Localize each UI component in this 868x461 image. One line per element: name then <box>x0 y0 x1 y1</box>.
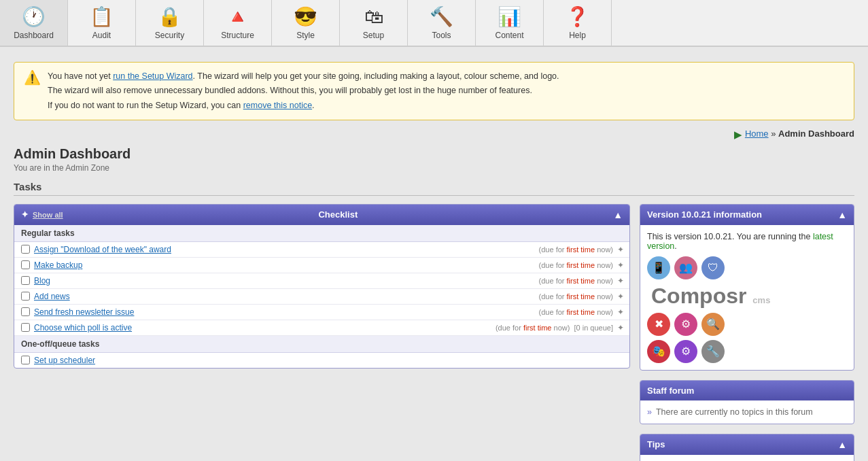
setup-wizard-link[interactable]: run the Setup Wizard <box>113 71 192 81</box>
task-due-1: (due for first time now) <box>539 261 613 269</box>
dashboard-icon: 🕐 <box>22 5 46 28</box>
task-menu-icon-4[interactable]: ✦ <box>617 307 624 317</box>
audit-icon: 📋 <box>90 5 114 28</box>
nav-item-audit[interactable]: 📋 Audit <box>68 0 136 46</box>
composr-icons-row3: 🎭 ⚙ 🔧 <box>647 340 847 363</box>
tips-panel: Tips ▲ Welcome to the Admin Zone, the ad… <box>640 434 854 461</box>
composr-icon-0: 📱 <box>647 256 670 279</box>
task-due-2: (due for first time now) <box>539 277 613 285</box>
task-due-5: (due for first time now) [0 in queue] <box>496 324 613 332</box>
task-due-4: (due for first time now) <box>539 308 613 316</box>
composr-icon-4: ⚙ <box>674 313 697 336</box>
checklist-panel-header: ✦ Show all Checklist ▲ <box>14 205 629 225</box>
task-link-2[interactable]: Blog <box>34 276 535 286</box>
forum-body: There are currently no topics in this fo… <box>640 400 854 424</box>
task-link-oneoff-0[interactable]: Set up scheduler <box>34 356 620 365</box>
composr-icon-6: 🎭 <box>647 340 670 363</box>
collapse-checklist-icon[interactable]: ▲ <box>613 209 623 220</box>
warning-icon: ⚠️ <box>24 69 41 86</box>
security-icon: 🔒 <box>158 5 181 28</box>
forum-no-topics: There are currently no topics in this fo… <box>647 407 813 417</box>
task-link-3[interactable]: Add news <box>34 292 535 301</box>
page-title: Admin Dashboard <box>14 146 854 162</box>
task-checkbox-0[interactable] <box>21 245 30 254</box>
task-link-1[interactable]: Make backup <box>34 260 535 270</box>
composr-icon-3: ✖ <box>647 313 670 336</box>
left-column: ✦ Show all Checklist ▲ Regular tasks Ass… <box>14 204 630 378</box>
staff-forum-title: Staff forum <box>647 386 694 396</box>
version-text: This is version 10.0.21. You are running… <box>647 232 847 251</box>
current-page-breadcrumb: Admin Dashboard <box>778 129 854 139</box>
task-row: Send fresh newsletter issue (due for fir… <box>14 305 629 320</box>
page-subtitle: You are in the Admin Zone <box>14 163 854 173</box>
content-icon: 📊 <box>498 5 521 28</box>
nav-item-structure[interactable]: 🔺 Structure <box>204 0 272 46</box>
checklist-title: Checklist <box>318 209 358 220</box>
breadcrumb: ▶ Home » Admin Dashboard <box>14 129 854 141</box>
task-checkbox-oneoff-0[interactable] <box>21 356 30 364</box>
task-link-5[interactable]: Choose which poll is active <box>34 323 491 332</box>
task-row: Add news (due for first time now) ✦ <box>14 289 629 305</box>
play-icon: ▶ <box>734 129 742 140</box>
task-checkbox-3[interactable] <box>21 292 30 301</box>
task-checkbox-2[interactable] <box>21 276 30 285</box>
task-row: Choose which poll is active (due for fir… <box>14 320 629 336</box>
task-checkbox-1[interactable] <box>21 260 30 269</box>
home-breadcrumb-link[interactable]: Home <box>745 129 769 139</box>
checklist-panel: ✦ Show all Checklist ▲ Regular tasks Ass… <box>14 204 630 369</box>
oneoff-tasks-title: One-off/queue tasks <box>14 336 629 353</box>
nav-item-setup[interactable]: 🛍 Setup <box>340 0 408 46</box>
checklist-body: Regular tasks Assign "Download of the we… <box>14 225 629 368</box>
task-menu-icon-0[interactable]: ✦ <box>617 245 624 254</box>
composr-icon-2: 🛡 <box>701 256 725 279</box>
task-row: Assign "Download of the week" award (due… <box>14 242 629 258</box>
setup-wizard-warning: ⚠️ You have not yet run the Setup Wizard… <box>14 62 854 120</box>
task-row: Make backup (due for first time now) ✦ <box>14 258 629 273</box>
nav-item-help[interactable]: ❓ Help <box>544 0 612 46</box>
main-content: ⚠️ You have not yet run the Setup Wizard… <box>0 47 868 461</box>
task-row: Set up scheduler <box>14 353 629 368</box>
task-checkbox-4[interactable] <box>21 307 30 316</box>
nav-item-content[interactable]: 📊 Content <box>476 0 544 46</box>
structure-icon: 🔺 <box>226 5 249 28</box>
help-icon: ❓ <box>566 5 589 28</box>
tips-header: Tips ▲ <box>640 434 854 455</box>
task-row: Blog (due for first time now) ✦ <box>14 273 629 289</box>
task-menu-icon-5[interactable]: ✦ <box>617 323 624 332</box>
right-column: Version 10.0.21 information ▲ This is ve… <box>640 204 854 461</box>
show-all-link[interactable]: Show all <box>33 211 63 219</box>
composr-icon-1: 👥 <box>674 256 697 279</box>
dashboard-columns: ✦ Show all Checklist ▲ Regular tasks Ass… <box>14 204 854 461</box>
style-icon: 😎 <box>294 5 317 28</box>
regular-tasks-title: Regular tasks <box>14 225 629 242</box>
collapse-version-icon[interactable]: ▲ <box>837 209 847 220</box>
task-due-3: (due for first time now) <box>539 292 613 301</box>
composr-icon-8: 🔧 <box>701 340 725 363</box>
composr-icons: 📱 👥 🛡 Composr cms <box>647 256 847 309</box>
warning-text: You have not yet run the Setup Wizard. T… <box>48 69 559 113</box>
version-body: This is version 10.0.21. You are running… <box>640 225 854 370</box>
remove-notice-link[interactable]: remove this notice <box>243 101 312 110</box>
composr-logo: Composr cms <box>651 284 770 309</box>
collapse-tips-icon[interactable]: ▲ <box>837 439 847 450</box>
nav-item-dashboard[interactable]: 🕐 Dashboard <box>0 0 68 46</box>
tips-title: Tips <box>647 439 665 449</box>
tasks-section-title: Tasks <box>14 181 854 196</box>
task-checkbox-5[interactable] <box>21 323 30 332</box>
nav-item-style[interactable]: 😎 Style <box>272 0 340 46</box>
task-menu-icon-2[interactable]: ✦ <box>617 276 624 286</box>
tools-icon: 🔨 <box>430 5 453 28</box>
version-title: Version 10.0.21 information <box>647 209 762 220</box>
composr-icon-5: 🔍 <box>701 313 725 336</box>
task-link-4[interactable]: Send fresh newsletter issue <box>34 307 535 317</box>
setup-icon: 🛍 <box>364 5 383 28</box>
nav-item-security[interactable]: 🔒 Security <box>136 0 204 46</box>
task-link-0[interactable]: Assign "Download of the week" award <box>34 245 535 254</box>
task-menu-icon-3[interactable]: ✦ <box>617 292 624 301</box>
top-navigation: 🕐 Dashboard 📋 Audit 🔒 Security 🔺 Structu… <box>0 0 868 47</box>
nav-item-tools[interactable]: 🔨 Tools <box>408 0 476 46</box>
composr-icon-7: ⚙ <box>674 340 697 363</box>
task-menu-icon-1[interactable]: ✦ <box>617 260 624 270</box>
version-panel-header: Version 10.0.21 information ▲ <box>640 205 854 225</box>
plus-icon: ✦ <box>21 209 29 220</box>
